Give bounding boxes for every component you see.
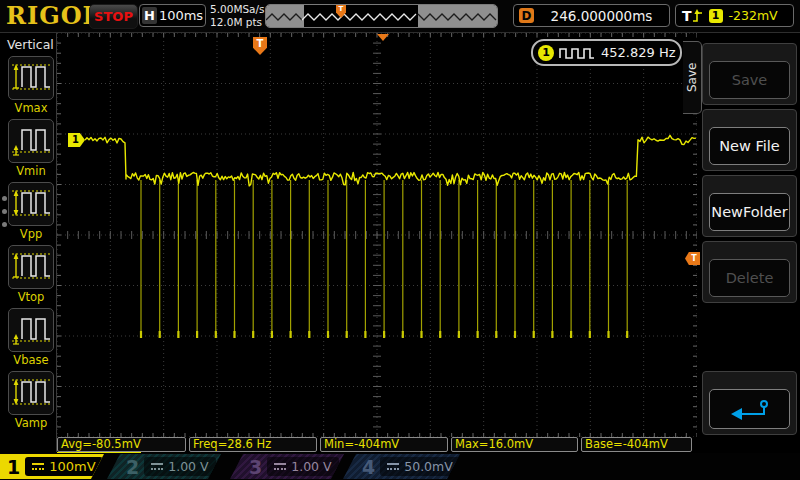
- sidebar-item-vmin[interactable]: Vmin: [8, 119, 54, 178]
- menu-slot: Delete: [702, 241, 797, 303]
- measurement-avg[interactable]: Avg=-80.5mV: [57, 437, 186, 452]
- frequency-counter: 1 452.829 Hz: [531, 39, 682, 66]
- acquisition-info: 5.00MSa/s 12.0M pts: [210, 3, 265, 29]
- square-wave-icon: [559, 46, 595, 59]
- ch1-scale: 100mV: [49, 459, 95, 474]
- page-dot: [2, 209, 7, 214]
- measurement-min[interactable]: Min=-404mV: [320, 437, 448, 452]
- page-dot: [2, 196, 7, 201]
- ch2-scale: 1.00 V: [168, 459, 208, 474]
- measurement-base[interactable]: Base=-404mV: [581, 437, 692, 452]
- freq-counter-value: 452.829 Hz: [601, 45, 676, 60]
- measurement-max[interactable]: Max=16.0mV: [451, 437, 578, 452]
- measure-sidebar: Vertical Vmax Vmin Vpp Vtop Vbase Vamp: [0, 33, 57, 452]
- dc-coupling-icon: [151, 462, 163, 471]
- sidebar-item-vamp[interactable]: Vamp: [8, 371, 54, 430]
- delete-button[interactable]: Delete: [709, 259, 790, 297]
- trigger-source-badge: 1: [709, 9, 723, 23]
- sidebar-title: Vertical: [7, 37, 54, 52]
- menu-slot: New File: [702, 109, 797, 171]
- save-button[interactable]: Save: [709, 61, 790, 99]
- trigger-status-box[interactable]: T 1 -232mV: [675, 4, 794, 27]
- rigol-logo: RIGOL: [6, 1, 100, 30]
- channel-4-status[interactable]: 4 50.0mV: [343, 454, 460, 479]
- new-file-button[interactable]: New File: [709, 127, 790, 165]
- vtop-icon: [11, 247, 51, 287]
- ch3-scale: 1.00 V: [291, 459, 331, 474]
- menu-slot: Save: [702, 43, 797, 105]
- trigger-prefix: T: [682, 8, 692, 24]
- trigger-level-value: -232mV: [729, 8, 778, 23]
- return-arrow-icon: [726, 397, 774, 421]
- top-status-bar: RIGOL STOP H 100ms 5.00MSa/s 12.0M pts T…: [0, 0, 800, 33]
- dc-coupling-icon: [274, 462, 286, 471]
- channel-1-status[interactable]: 1 100mV: [0, 454, 104, 479]
- freq-source-badge: 1: [538, 45, 554, 61]
- dc-coupling-icon: [387, 462, 399, 471]
- channel-status-bar: 1 100mV 2 1.00 V 3 1.00 V 4 50.0mV: [0, 453, 800, 480]
- vbase-icon: [11, 310, 51, 350]
- new-folder-button[interactable]: NewFolder: [709, 193, 790, 231]
- sidebar-item-vpp[interactable]: Vpp: [8, 182, 54, 241]
- ch4-scale: 50.0mV: [404, 459, 453, 474]
- memory-depth: 12.0M pts: [210, 16, 265, 29]
- menu-slot: [702, 371, 797, 435]
- vmin-icon: [11, 121, 51, 161]
- timebase-value: 100ms: [157, 8, 205, 23]
- dc-coupling-icon: [32, 462, 44, 471]
- vpp-icon: [11, 184, 51, 224]
- oscilloscope-screen: RIGOL STOP H 100ms 5.00MSa/s 12.0M pts T…: [0, 0, 800, 480]
- sidebar-item-vbase[interactable]: Vbase: [8, 308, 54, 367]
- horizontal-timebase-box[interactable]: H 100ms: [139, 4, 206, 27]
- rising-edge-icon: [692, 8, 705, 24]
- ch1-waveform: [57, 33, 697, 437]
- channel-2-status[interactable]: 2 1.00 V: [107, 454, 221, 479]
- delay-value: 246.000000ms: [534, 8, 669, 24]
- trigger-center-icon: [377, 34, 389, 41]
- waveform-display[interactable]: 1 T 1 452.829 Hz: [57, 33, 697, 437]
- vmax-icon: [11, 58, 51, 98]
- timebase-prefix: H: [142, 7, 157, 24]
- delay-offset-box[interactable]: D 246.000000ms: [513, 4, 670, 27]
- sample-rate: 5.00MSa/s: [210, 3, 265, 16]
- vamp-icon: [11, 373, 51, 413]
- delay-prefix: D: [519, 8, 534, 23]
- menu-tab-save: Save: [683, 41, 702, 114]
- waveform-memory-preview[interactable]: T: [265, 4, 498, 28]
- page-dot: [2, 222, 7, 227]
- menu-slot: NewFolder: [702, 175, 797, 237]
- sidebar-item-vtop[interactable]: Vtop: [8, 245, 54, 304]
- run-stop-status[interactable]: STOP: [89, 4, 138, 29]
- measurement-freq[interactable]: Freq=28.6 Hz: [189, 437, 317, 452]
- sidebar-item-vmax[interactable]: Vmax: [8, 56, 54, 115]
- return-button[interactable]: [709, 389, 790, 429]
- channel-3-status[interactable]: 3 1.00 V: [230, 454, 344, 479]
- memory-preview-waveform: [266, 5, 497, 27]
